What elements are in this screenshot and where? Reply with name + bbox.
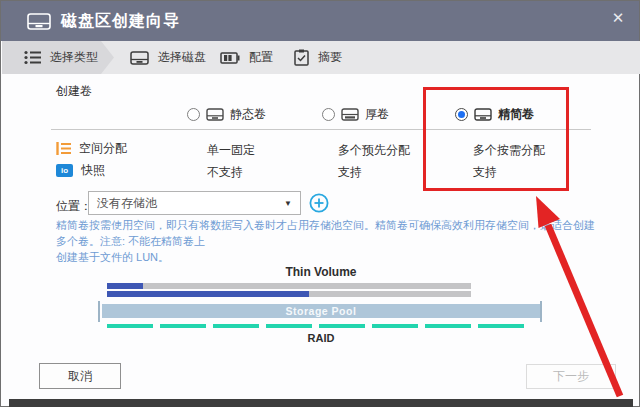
step-summary[interactable]: 摘要 — [294, 41, 342, 74]
description-line: 创建基于文件的 LUN。 — [56, 249, 596, 265]
volume-type-label: 厚卷 — [365, 106, 389, 123]
feature-label: 快照 — [81, 162, 105, 179]
summary-clipboard-icon — [294, 49, 309, 66]
thin-volume-bar-2 — [107, 291, 471, 297]
disk-drive-icon — [27, 13, 51, 30]
thin-volume-bar-2-used — [107, 291, 309, 297]
pool-bracket-left — [98, 301, 100, 322]
thick-snapshot-support: 支持 — [338, 164, 362, 181]
snapshot-icon: io — [56, 164, 73, 177]
add-storage-pool-button[interactable] — [309, 193, 329, 213]
capacity-icon — [220, 52, 240, 64]
thin-volume-diagram-title: Thin Volume — [91, 265, 551, 279]
volume-type-thick[interactable]: 厚卷 — [322, 106, 389, 123]
static-snapshot-support: 不支持 — [207, 164, 243, 181]
radio-unselected-icon[interactable] — [322, 108, 335, 121]
location-label: 位置： — [56, 198, 92, 215]
thin-snapshot-support: 支持 — [473, 164, 497, 181]
title-bar: 磁盘区创建向导 ✕ — [1, 1, 639, 41]
thick-space-allocation: 多个预先分配 — [338, 142, 410, 159]
volume-drive-icon — [341, 108, 359, 121]
step-label: 选择类型 — [50, 49, 98, 66]
feature-label: 空间分配 — [79, 140, 127, 157]
space-allocation-icon — [56, 142, 71, 155]
thin-volume-bar-1 — [107, 283, 471, 289]
wizard-steps-bar: 选择类型 选择磁盘 配置 — [2, 41, 640, 74]
description-line: 精简卷按需使用空间，即只有将数据写入卷时才占用存储池空间。精简卷可确保高效利用存… — [56, 217, 596, 249]
radio-selected-icon[interactable] — [455, 108, 468, 121]
select-type-icon — [24, 50, 41, 65]
thin-space-allocation: 多个按需分配 — [473, 142, 545, 159]
volume-type-label: 静态卷 — [230, 106, 266, 123]
create-volume-label: 创建卷 — [56, 83, 92, 100]
cancel-button[interactable]: 取消 — [39, 363, 121, 389]
step-label: 摘要 — [318, 49, 342, 66]
feature-space-allocation: 空间分配 — [56, 140, 127, 157]
volume-type-static[interactable]: 静态卷 — [187, 106, 266, 123]
feature-snapshot: io 快照 — [56, 162, 105, 179]
window-bottom-edge — [9, 399, 633, 407]
close-icon[interactable]: ✕ — [607, 7, 629, 29]
raid-segments-bar — [107, 324, 531, 328]
step-configure[interactable]: 配置 — [220, 41, 273, 74]
thin-volume-description: 精简卷按需使用空间，即只有将数据写入卷时才占用存储池空间。精简卷可确保高效利用存… — [56, 217, 596, 265]
static-space-allocation: 单一固定 — [207, 142, 255, 159]
disk-drive-icon — [130, 51, 149, 65]
step-label: 选择磁盘 — [158, 49, 206, 66]
step-select-disk[interactable]: 选择磁盘 — [130, 41, 206, 74]
divider — [51, 129, 591, 130]
volume-drive-icon — [474, 108, 492, 121]
thin-volume-bar-1-used — [107, 283, 143, 289]
next-button[interactable]: 下一步 — [526, 364, 616, 389]
storage-pool-select[interactable]: 没有存储池 ▼ — [88, 191, 301, 215]
volume-type-thin[interactable]: 精简卷 — [455, 106, 534, 123]
step-select-type[interactable]: 选择类型 — [2, 41, 114, 74]
pool-bracket-right — [540, 301, 542, 322]
chevron-down-icon: ▼ — [284, 199, 292, 208]
window-title: 磁盘区创建向导 — [61, 11, 180, 32]
volume-drive-icon — [206, 108, 224, 121]
raid-label: RAID — [91, 332, 551, 344]
step-label: 配置 — [249, 49, 273, 66]
wizard-dialog: 磁盘区创建向导 ✕ 选择类型 选择磁盘 — [0, 0, 640, 407]
storage-pool-bar: Storage Pool — [102, 304, 540, 318]
radio-unselected-icon[interactable] — [187, 108, 200, 121]
storage-pool-select-value: 没有存储池 — [97, 195, 157, 212]
volume-type-label: 精简卷 — [498, 106, 534, 123]
